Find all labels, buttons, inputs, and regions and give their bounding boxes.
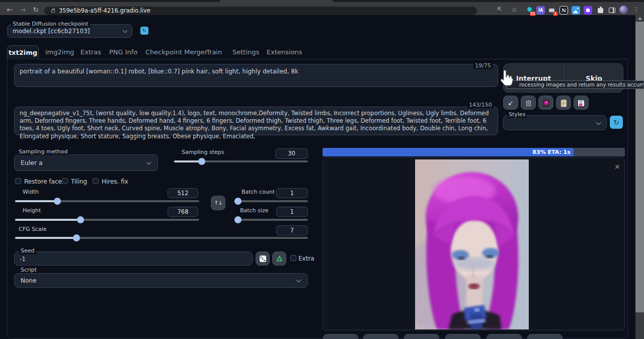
batch-count-input[interactable]: 1: [276, 188, 308, 198]
script-label: Script: [19, 267, 38, 273]
scrollbar-thumb[interactable]: [635, 22, 644, 312]
cfg-scale-label: CFG Scale: [17, 226, 48, 232]
hires-fix-label: Hires. fix: [102, 178, 128, 185]
width-slider[interactable]: [15, 198, 199, 205]
styles-label: Styles: [507, 111, 527, 118]
clear-prompt-button[interactable]: [521, 96, 536, 110]
sampling-steps-input[interactable]: 30: [275, 148, 308, 159]
sampling-method-value: Euler a: [21, 159, 43, 166]
dice-icon: [260, 256, 266, 262]
reload-icon[interactable]: ↻: [31, 6, 40, 14]
height-slider[interactable]: [15, 216, 199, 223]
paste-arrow-icon: ↙: [508, 99, 514, 107]
hires-fix-checkbox[interactable]: [93, 178, 99, 184]
tiling-checkbox[interactable]: [62, 178, 68, 184]
forward-icon[interactable]: →: [18, 6, 27, 14]
extension-notion-icon[interactable]: N: [559, 6, 568, 15]
negative-prompt-textarea[interactable]: ng_deepnegative_v1_75t, (worst quality, …: [14, 107, 498, 135]
styles-refresh-button[interactable]: ↻: [610, 116, 623, 129]
negative-prompt-counter: 143/150: [467, 102, 494, 108]
share-icon[interactable]: ⇱: [495, 6, 504, 14]
checkpoint-refresh-button[interactable]: ↻: [140, 27, 148, 35]
sampling-method-dropdown[interactable]: Euler a: [14, 154, 158, 171]
script-value: None: [21, 277, 36, 284]
gallery-action-button[interactable]: [323, 334, 358, 339]
progress-bar: 83% ETA: 1s: [323, 148, 625, 156]
url-text[interactable]: 359e5b9a-a5ff-4216.gradio.live: [59, 7, 150, 15]
tab-txt2img[interactable]: txt2img: [7, 45, 39, 59]
tab-png-info[interactable]: PNG Info: [109, 45, 137, 59]
extra-seed-checkbox[interactable]: [290, 255, 296, 261]
extension-purple-icon[interactable]: [584, 6, 592, 15]
scroll-up-icon[interactable]: [638, 17, 642, 20]
tab-img2img[interactable]: img2img: [45, 45, 74, 59]
back-icon[interactable]: ←: [5, 6, 14, 14]
prompt-textarea[interactable]: portrait of a beautiful [woman::0.1] rob…: [14, 64, 498, 87]
tab-extras[interactable]: Extras: [80, 45, 101, 59]
cfg-scale-slider[interactable]: [15, 234, 308, 241]
scrollbar[interactable]: [635, 15, 644, 339]
height-label: Height: [21, 207, 42, 214]
prompt-counter: 19/75: [473, 62, 493, 69]
batch-count-slider[interactable]: [234, 198, 308, 205]
app-window: ← → ↻ 359e5b9a-a5ff-4216.gradio.live ⇱ ☆…: [0, 0, 644, 339]
reuse-seed-button[interactable]: [272, 251, 286, 266]
gallery-action-button[interactable]: [487, 334, 522, 339]
recycle-icon: [276, 256, 283, 263]
tab-train[interactable]: Train: [206, 45, 222, 59]
restore-faces-checkbox[interactable]: [15, 178, 21, 184]
puzzle-extensions-icon[interactable]: [596, 6, 605, 15]
cfg-scale-input[interactable]: 7: [276, 225, 308, 235]
close-icon[interactable]: ×: [614, 163, 620, 170]
gallery-action-button[interactable]: [445, 334, 480, 339]
tab-checkpoint-merger[interactable]: Checkpoint Merger: [145, 45, 207, 59]
sampling-steps-label: Sampling steps: [180, 149, 226, 155]
hand-cursor: [499, 70, 515, 89]
extension-ia-icon[interactable]: IA: [536, 6, 545, 15]
checkpoint-value: model.ckpt [cc6cb27103]: [13, 28, 90, 35]
seed-value: -1: [20, 256, 26, 263]
batch-count-label: Batch count: [240, 189, 276, 195]
script-dropdown[interactable]: None: [14, 273, 308, 288]
width-input[interactable]: 512: [168, 188, 198, 198]
tab-extensions[interactable]: Extensions: [267, 45, 302, 59]
save-style-button[interactable]: [574, 96, 589, 110]
seed-label: Seed: [19, 247, 36, 254]
sampling-method-label: Sampling method: [17, 148, 69, 155]
extension-badge: 1: [553, 12, 558, 16]
extra-networks-button[interactable]: [538, 96, 553, 110]
extension-teal-icon[interactable]: 21: [525, 6, 534, 15]
gallery-action-button[interactable]: [363, 334, 398, 339]
trash-icon: [525, 100, 532, 107]
apply-styles-button[interactable]: [556, 96, 571, 110]
generated-image[interactable]: [415, 159, 529, 329]
batch-size-slider[interactable]: [234, 216, 308, 223]
chevron-down-icon: [123, 28, 128, 33]
clipboard-icon: [560, 99, 567, 107]
extension-camera-icon[interactable]: 1: [547, 6, 556, 15]
batch-size-input[interactable]: 1: [276, 207, 308, 217]
prompt-text: portrait of a beautiful [woman::0.1] rob…: [15, 64, 498, 79]
flower-card-icon: [542, 99, 550, 107]
seed-input[interactable]: -1: [14, 251, 253, 266]
batch-size-label: Batch size: [238, 207, 270, 214]
browser-menu-icon[interactable]: ⋮: [633, 6, 639, 14]
tiling-label: Tiling: [71, 178, 87, 185]
swap-dimensions-button[interactable]: ↑↓: [211, 196, 225, 210]
extension-image-icon[interactable]: [572, 6, 580, 15]
random-seed-button[interactable]: [256, 251, 270, 266]
restore-faces-label: Restore faces: [24, 178, 65, 185]
width-label: Width: [21, 189, 40, 195]
extension-badge: 21: [530, 12, 536, 16]
paste-params-button[interactable]: ↙: [503, 96, 518, 110]
sidepanel-icon[interactable]: [608, 6, 616, 15]
interrupt-tooltip: rocessing images and return any results …: [506, 80, 644, 89]
tab-settings[interactable]: Settings: [232, 45, 259, 59]
address-bar[interactable]: 359e5b9a-a5ff-4216.gradio.live: [44, 7, 477, 15]
height-input[interactable]: 768: [168, 207, 198, 217]
gallery-action-button[interactable]: [527, 334, 562, 339]
profile-avatar[interactable]: [619, 6, 628, 14]
gallery-action-button[interactable]: [404, 334, 439, 339]
sampling-steps-slider[interactable]: [174, 158, 308, 165]
bookmark-star-icon[interactable]: ☆: [510, 6, 519, 14]
